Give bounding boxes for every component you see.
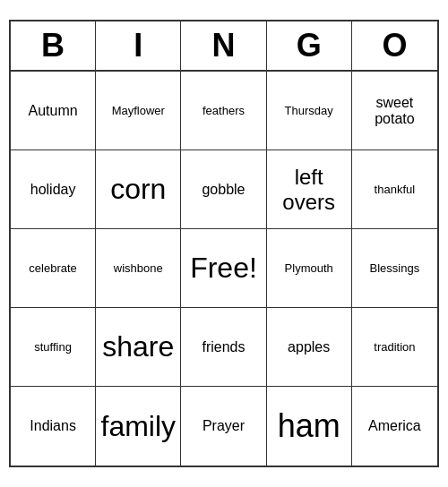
bingo-cell: family (96, 387, 181, 466)
bingo-cell: feathers (181, 72, 266, 150)
bingo-cell: Blessings (352, 229, 437, 308)
bingo-header: BINGO (11, 21, 437, 72)
bingo-cell: wishbone (96, 229, 181, 308)
bingo-cell: Indians (11, 387, 96, 466)
bingo-cell: sweet potato (352, 72, 437, 150)
bingo-card: BINGO AutumnMayflowerfeathersThursdayswe… (9, 20, 439, 467)
bingo-cell: tradition (352, 308, 437, 387)
bingo-grid: AutumnMayflowerfeathersThursdaysweet pot… (11, 72, 437, 466)
header-letter: O (352, 21, 437, 70)
bingo-cell: thankful (352, 150, 437, 229)
bingo-cell: Plymouth (267, 229, 352, 308)
bingo-cell: apples (267, 308, 352, 387)
bingo-cell: left overs (267, 150, 352, 229)
bingo-cell: stuffing (11, 308, 96, 387)
bingo-cell: Free! (181, 229, 266, 308)
header-letter: B (11, 21, 96, 70)
bingo-cell: ham (267, 387, 352, 466)
bingo-cell: friends (181, 308, 266, 387)
header-letter: G (267, 21, 352, 70)
bingo-cell: holiday (11, 150, 96, 229)
bingo-cell: America (352, 387, 437, 466)
bingo-cell: share (96, 308, 181, 387)
header-letter: I (96, 21, 181, 70)
bingo-cell: Thursday (267, 72, 352, 150)
bingo-cell: gobble (181, 150, 266, 229)
bingo-cell: Mayflower (96, 72, 181, 150)
bingo-cell: Autumn (11, 72, 96, 150)
bingo-cell: corn (96, 150, 181, 229)
bingo-cell: Prayer (181, 387, 266, 466)
header-letter: N (181, 21, 266, 70)
bingo-cell: celebrate (11, 229, 96, 308)
